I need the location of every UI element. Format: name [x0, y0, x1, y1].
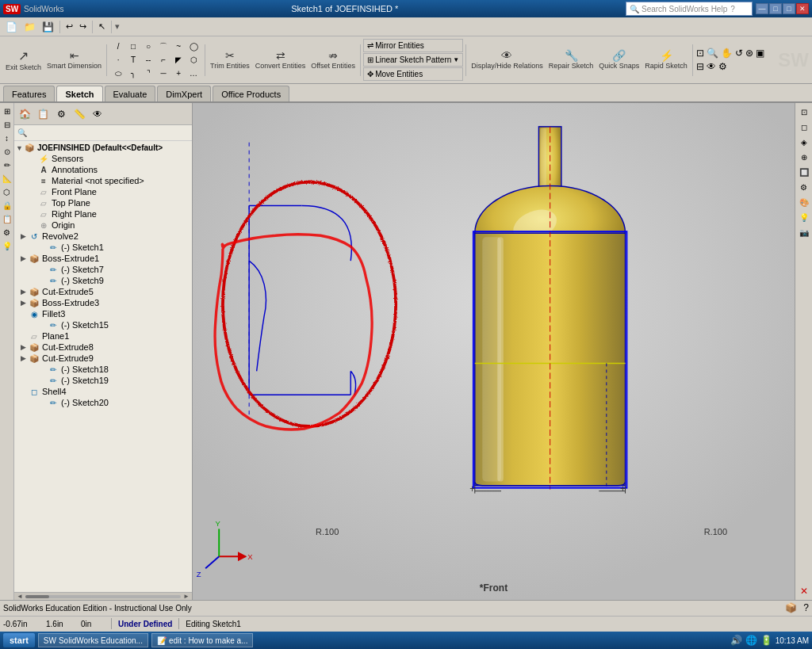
help-icon[interactable]: ? [803, 602, 809, 613]
chamfer-btn[interactable]: ◤ [171, 54, 186, 67]
redo-btn[interactable]: ↪ [77, 21, 89, 32]
window-controls[interactable]: — □ □ ✕ [756, 3, 809, 14]
sketch-fillet-btn[interactable]: ╮ [126, 67, 140, 80]
tree-item-sensors[interactable]: ⚡ Sensors [14, 153, 192, 164]
tree-item-sketch18[interactable]: ✏ (-) Sketch18 [14, 364, 192, 375]
tab-features[interactable]: Features [3, 86, 55, 101]
left-strip-icon-6[interactable]: 📐 [1, 172, 13, 185]
ellipse-tool-btn[interactable]: ◯ [186, 40, 201, 53]
tab-office[interactable]: Office Products [213, 86, 289, 101]
rt-btn-8[interactable]: 💡 [797, 210, 811, 224]
sidebar-scrollbar[interactable]: ◄ ► [14, 592, 192, 600]
circle-tool-btn[interactable]: ○ [141, 40, 155, 53]
exit-sketch-btn[interactable]: ↗ Exit Sketch [3, 42, 44, 78]
3d-viewport[interactable]: + + R.100 R.100 X Y Z [193, 103, 795, 600]
boss-extrude3-expand[interactable]: ▶ [21, 299, 29, 307]
select-btn[interactable]: ↖ [96, 21, 108, 32]
tree-item-plane1[interactable]: ▱ Plane1 [14, 330, 192, 342]
left-strip-icon-5[interactable]: ✏ [1, 158, 13, 171]
tree-item-boss-extrude3[interactable]: ▶ 📦 Boss-Extrude3 [14, 297, 192, 308]
save-btn[interactable]: 💾 [40, 21, 56, 33]
tree-item-cut-extrude8[interactable]: ▶ 📦 Cut-Extrude8 [14, 342, 192, 353]
rt-close-btn[interactable]: ✕ [797, 584, 811, 598]
rt-btn-4[interactable]: ⊕ [797, 150, 811, 164]
rt-btn-3[interactable]: ◈ [797, 135, 811, 149]
tree-item-right-plane[interactable]: ▱ Right Plane [14, 208, 192, 220]
construction-btn[interactable]: -- [141, 54, 155, 67]
mirror-entities-btn[interactable]: ⇌ Mirror Entities [363, 39, 463, 52]
midpoint-btn[interactable]: + [171, 67, 186, 80]
search-box[interactable]: 🔍 Search SolidWorks Help ? [626, 2, 753, 16]
rt-btn-2[interactable]: ◻ [797, 120, 811, 134]
point-tool-btn[interactable]: · [111, 54, 125, 67]
tray-icon-3[interactable]: 🔋 [760, 635, 772, 646]
root-expand-icon[interactable]: ▼ [16, 144, 24, 152]
tree-item-sketch9[interactable]: ✏ (-) Sketch9 [14, 275, 192, 286]
tree-item-sketch1[interactable]: ✏ (-) Sketch1 [14, 242, 192, 253]
view-settings-btn[interactable]: ⚙ [718, 60, 728, 73]
minimize-btn[interactable]: — [756, 3, 768, 14]
rt-btn-5[interactable]: 🔲 [797, 165, 811, 179]
spline-tool-btn[interactable]: ~ [171, 40, 186, 53]
slot-btn[interactable]: ⬭ [111, 67, 125, 80]
more-btn[interactable]: … [186, 67, 201, 80]
scroll-left-arrow[interactable]: ◄ [16, 594, 24, 600]
tab-dimxpert[interactable]: DimXpert [157, 86, 211, 101]
sidebar-dim-icon[interactable]: 📏 [71, 105, 88, 123]
polygon-btn[interactable]: ⬡ [186, 54, 201, 67]
rapid-sketch-btn[interactable]: ⚡ Rapid Sketch [642, 42, 690, 78]
left-strip-icon-11[interactable]: 💡 [1, 239, 13, 252]
cut-extrude5-expand[interactable]: ▶ [21, 288, 29, 296]
tree-root[interactable]: ▼ 📦 JOEFINSIHED (Default<<Default> [14, 143, 192, 153]
boss-extrude1-expand[interactable]: ▶ [21, 254, 29, 262]
text-tool-btn[interactable]: T [126, 54, 140, 67]
tree-item-shell4[interactable]: ◻ Shell4 [14, 386, 192, 397]
left-strip-icon-10[interactable]: ⚙ [1, 226, 13, 239]
cut-extrude8-expand[interactable]: ▶ [21, 343, 29, 351]
left-strip-icon-9[interactable]: 📋 [1, 212, 13, 225]
tree-item-sketch19[interactable]: ✏ (-) Sketch19 [14, 375, 192, 386]
tree-item-top-plane[interactable]: ▱ Top Plane [14, 197, 192, 208]
trim-entities-btn[interactable]: ✂ Trim Entities [208, 42, 252, 78]
more-tools[interactable]: ▾ [115, 21, 120, 32]
open-btn[interactable]: 📁 [21, 21, 38, 33]
scroll-right-arrow[interactable]: ► [182, 594, 190, 600]
move-entities-btn[interactable]: ✥ Move Entities [363, 67, 463, 81]
quick-snaps-btn[interactable]: 🔗 Quick Snaps [596, 42, 642, 78]
tray-icon-2[interactable]: 🌐 [745, 635, 757, 646]
tree-item-revolve2[interactable]: ▶ ↺ Revolve2 [14, 231, 192, 242]
view-orient-btn[interactable]: ⊛ [745, 47, 754, 59]
tree-item-sketch7[interactable]: ✏ (-) Sketch7 [14, 264, 192, 275]
line-tool-btn[interactable]: / [111, 40, 125, 53]
tree-item-sketch20[interactable]: ✏ (-) Sketch20 [14, 397, 192, 408]
taskbar-item-solidworks[interactable]: SW SolidWorks Education... [38, 633, 148, 647]
tree-item-front-plane[interactable]: ▱ Front Plane [14, 186, 192, 197]
rt-btn-6[interactable]: ⚙ [797, 180, 811, 194]
taskbar-item-edit[interactable]: 📝 edit : How to make a... [151, 633, 254, 647]
left-strip-icon-4[interactable]: ⊙ [1, 145, 13, 158]
cut-extrude9-expand[interactable]: ▶ [21, 354, 29, 362]
rt-btn-1[interactable]: ⊡ [797, 105, 811, 119]
zoom-in-btn[interactable]: 🔍 [706, 47, 719, 59]
new-file-btn[interactable]: 📄 [3, 21, 20, 33]
restore-btn[interactable]: □ [783, 3, 795, 14]
pan-btn[interactable]: ✋ [720, 47, 733, 59]
rect-tool-btn[interactable]: □ [126, 40, 140, 53]
rotate-btn[interactable]: ↺ [734, 47, 744, 59]
hide-show-btn[interactable]: 👁 [706, 60, 717, 73]
linear-dropdown-icon[interactable]: ▼ [453, 56, 459, 63]
tab-evaluate[interactable]: Evaluate [105, 86, 156, 101]
left-strip-icon-7[interactable]: ⬡ [1, 185, 13, 198]
zoom-fit-btn[interactable]: ⊡ [695, 47, 705, 59]
left-strip-icon-2[interactable]: ⊟ [1, 118, 13, 131]
smart-dimension-btn[interactable]: ⇤ Smart Dimension [44, 42, 104, 78]
offset-entities-btn[interactable]: ⇏ Offset Entities [308, 42, 358, 78]
convert-entities-btn[interactable]: ⇄ Convert Entities [253, 42, 308, 78]
tree-item-cut-extrude5[interactable]: ▶ 📦 Cut-Extrude5 [14, 286, 192, 297]
rt-btn-7[interactable]: 🎨 [797, 195, 811, 209]
section-view-btn[interactable]: ⊟ [695, 60, 705, 73]
sidebar-home-icon[interactable]: 🏠 [16, 105, 33, 123]
display-mode-btn[interactable]: ▣ [755, 47, 765, 59]
tree-item-annotations[interactable]: A Annotations [14, 164, 192, 175]
left-strip-icon-8[interactable]: 🔒 [1, 199, 13, 212]
